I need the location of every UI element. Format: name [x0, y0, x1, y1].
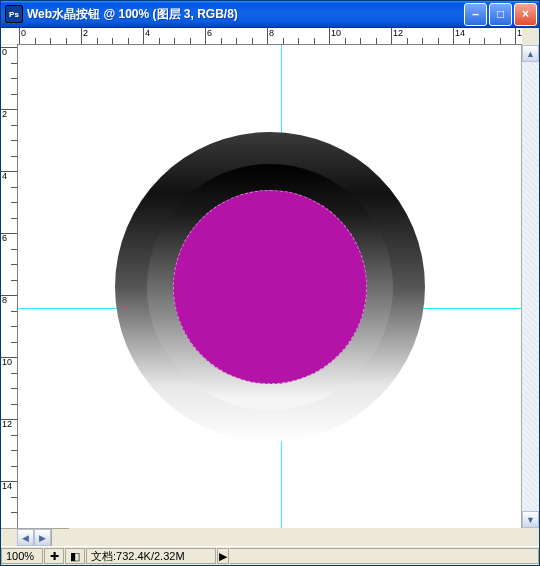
canvas[interactable] [18, 45, 521, 528]
scrollbar-vertical[interactable]: ▲ ▼ [521, 45, 539, 528]
ruler-h-label: 0 [21, 28, 26, 38]
ruler-h-label: 4 [145, 28, 150, 38]
scroll-corner-left [1, 528, 17, 546]
scroll-v-track[interactable] [522, 62, 539, 511]
close-button[interactable]: × [514, 3, 537, 26]
app-icon: Ps [5, 5, 23, 23]
window-button-group: – □ × [464, 3, 537, 26]
scroll-left-button[interactable]: ◀ [17, 529, 34, 546]
ruler-h-label: 14 [455, 28, 465, 38]
outer-ring [115, 132, 425, 442]
scroll-corner [51, 528, 69, 546]
zoom-field[interactable]: 100% [1, 548, 43, 564]
doc-menu-arrow-icon[interactable]: ▶ [217, 548, 229, 564]
scrollbar-row: ◀ ▶ [1, 528, 539, 546]
doc-info[interactable]: 文档: 732.4K/2.32M [86, 548, 216, 564]
ruler-origin[interactable] [1, 28, 17, 44]
ruler-vertical[interactable]: 0246810121416 [1, 45, 18, 528]
scroll-up-button[interactable]: ▲ [522, 45, 539, 62]
ruler-corner-right [522, 28, 539, 45]
doc-label: 文档: [91, 549, 116, 564]
status-spacer [230, 548, 539, 564]
ruler-v-label: 10 [2, 358, 12, 367]
ruler-v-label: 2 [2, 110, 12, 119]
app-window: Ps Web水晶按钮 @ 100% (图层 3, RGB/8) – □ × 02… [0, 0, 540, 566]
workspace: 0246810121416 0246810121416 ▲ [1, 28, 539, 546]
scroll-down-button[interactable]: ▼ [522, 511, 539, 528]
ruler-horizontal[interactable]: 0246810121416 [17, 28, 522, 45]
ruler-h-label: 8 [269, 28, 274, 38]
ruler-v-label: 14 [2, 482, 12, 491]
ruler-h-label: 6 [207, 28, 212, 38]
ruler-v-label: 4 [2, 172, 12, 181]
titlebar[interactable]: Ps Web水晶按钮 @ 100% (图层 3, RGB/8) – □ × [1, 1, 539, 28]
maximize-button[interactable]: □ [489, 3, 512, 26]
ruler-v-label: 0 [2, 48, 12, 57]
ruler-v-label: 6 [2, 234, 12, 243]
minimize-button[interactable]: – [464, 3, 487, 26]
ruler-h-label: 12 [393, 28, 403, 38]
crosshair-icon[interactable]: ✚ [44, 548, 64, 564]
window-title: Web水晶按钮 @ 100% (图层 3, RGB/8) [27, 6, 464, 23]
content-row: 0246810121416 ▲ ▼ [1, 45, 539, 528]
selected-fill-circle [173, 190, 367, 384]
slice-icon[interactable]: ◧ [65, 548, 85, 564]
scrollbar-horizontal[interactable]: ◀ ▶ [17, 528, 51, 546]
scroll-right-button[interactable]: ▶ [34, 529, 51, 546]
ruler-h-label: 2 [83, 28, 88, 38]
doc-value: 732.4K/2.32M [116, 550, 185, 562]
ruler-v-label: 12 [2, 420, 12, 429]
ruler-h-label: 10 [331, 28, 341, 38]
statusbar: 100% ✚ ◧ 文档: 732.4K/2.32M ▶ [1, 546, 539, 565]
ruler-row-top: 0246810121416 [1, 28, 539, 45]
ruler-v-label: 8 [2, 296, 12, 305]
ruler-h-label: 16 [517, 28, 522, 38]
crystal-button-art [115, 132, 425, 442]
